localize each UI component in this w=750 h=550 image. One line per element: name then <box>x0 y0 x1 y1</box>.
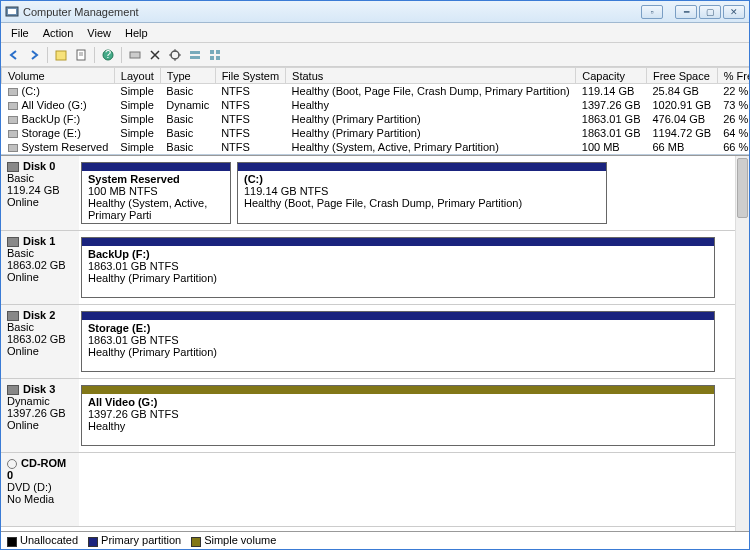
disk-icon <box>7 311 19 321</box>
swatch-simple <box>191 537 201 547</box>
partition-box[interactable]: BackUp (F:)1863.01 GB NTFSHealthy (Prima… <box>81 237 715 298</box>
menu-help[interactable]: Help <box>119 25 154 41</box>
disk-row: CD-ROM 0DVD (D:)No Media <box>1 453 749 527</box>
delete-icon[interactable] <box>146 46 164 64</box>
disk-row: Disk 2Basic1863.02 GBOnlineStorage (E:)1… <box>1 305 749 379</box>
menubar: File Action View Help <box>1 23 749 43</box>
toolbar: ? <box>1 43 749 67</box>
partition-stripe <box>82 312 714 320</box>
scrollbar-thumb[interactable] <box>737 158 748 218</box>
disk-graph: All Video (G:)1397.26 GB NTFSHealthy <box>79 379 749 452</box>
disk-icon <box>7 162 19 172</box>
menu-file[interactable]: File <box>5 25 35 41</box>
disk-area: Disk 0Basic119.24 GBOnlineSystem Reserve… <box>1 155 749 531</box>
col-volume[interactable]: Volume <box>2 68 115 84</box>
table-row[interactable]: System ReservedSimpleBasicNTFSHealthy (S… <box>2 140 751 154</box>
partition-box[interactable]: All Video (G:)1397.26 GB NTFSHealthy <box>81 385 715 446</box>
scrollbar[interactable] <box>735 156 749 531</box>
disk-graph: Storage (E:)1863.01 GB NTFSHealthy (Prim… <box>79 305 749 378</box>
svg-rect-15 <box>216 56 220 60</box>
legend: Unallocated Primary partition Simple vol… <box>1 531 749 549</box>
help-icon[interactable]: ? <box>99 46 117 64</box>
partition-box[interactable]: (C:)119.14 GB NTFSHealthy (Boot, Page Fi… <box>237 162 607 224</box>
svg-rect-2 <box>56 51 66 60</box>
legend-simple: Simple volume <box>191 534 276 546</box>
app-icon <box>5 5 19 19</box>
svg-rect-11 <box>190 56 200 59</box>
disk-row: Disk 0Basic119.24 GBOnlineSystem Reserve… <box>1 156 749 231</box>
table-row[interactable]: Storage (E:)SimpleBasicNTFSHealthy (Prim… <box>2 126 751 140</box>
view-icon[interactable] <box>206 46 224 64</box>
svg-rect-1 <box>8 9 16 14</box>
svg-point-9 <box>171 51 179 59</box>
volume-icon <box>8 130 18 138</box>
svg-rect-8 <box>130 52 140 58</box>
disk-label[interactable]: Disk 2Basic1863.02 GBOnline <box>1 305 79 378</box>
list-icon[interactable] <box>186 46 204 64</box>
swatch-unallocated <box>7 537 17 547</box>
restore-small-button[interactable]: ▫ <box>641 5 663 19</box>
forward-button[interactable] <box>25 46 43 64</box>
partition-box[interactable]: Storage (E:)1863.01 GB NTFSHealthy (Prim… <box>81 311 715 372</box>
disk-label[interactable]: CD-ROM 0DVD (D:)No Media <box>1 453 79 526</box>
volume-table: VolumeLayoutTypeFile SystemStatusCapacit… <box>1 67 749 155</box>
col-status[interactable]: Status <box>286 68 576 84</box>
toolbar-separator <box>121 47 122 63</box>
volume-icon <box>8 88 18 96</box>
disk-graph: BackUp (F:)1863.01 GB NTFSHealthy (Prima… <box>79 231 749 304</box>
svg-rect-12 <box>210 50 214 54</box>
svg-rect-10 <box>190 51 200 54</box>
minimize-button[interactable]: ━ <box>675 5 697 19</box>
refresh-icon[interactable] <box>52 46 70 64</box>
titlebar: Computer Management ▫ ━ ▢ ✕ <box>1 1 749 23</box>
volume-icon <box>8 102 18 110</box>
action1-icon[interactable] <box>126 46 144 64</box>
back-button[interactable] <box>5 46 23 64</box>
disk-row: Disk 3Dynamic1397.26 GBOnlineAll Video (… <box>1 379 749 453</box>
cdrom-icon <box>7 459 17 469</box>
partition-stripe <box>238 163 606 171</box>
disk-icon <box>7 237 19 247</box>
col-type[interactable]: Type <box>160 68 215 84</box>
col-free[interactable]: Free Space <box>646 68 717 84</box>
properties-icon[interactable] <box>72 46 90 64</box>
partition-stripe <box>82 163 230 171</box>
col-fs[interactable]: File System <box>215 68 285 84</box>
volume-icon <box>8 116 18 124</box>
partition-stripe <box>82 238 714 246</box>
svg-text:?: ? <box>105 49 111 60</box>
col-layout[interactable]: Layout <box>114 68 160 84</box>
close-button[interactable]: ✕ <box>723 5 745 19</box>
col-pctfree[interactable]: % Free <box>717 68 750 84</box>
menu-view[interactable]: View <box>81 25 117 41</box>
disk-label[interactable]: Disk 0Basic119.24 GBOnline <box>1 156 79 230</box>
partition-stripe <box>82 386 714 394</box>
toolbar-separator <box>47 47 48 63</box>
legend-primary: Primary partition <box>88 534 181 546</box>
col-capacity[interactable]: Capacity <box>576 68 647 84</box>
swatch-primary <box>88 537 98 547</box>
volume-icon <box>8 144 18 152</box>
svg-rect-13 <box>216 50 220 54</box>
table-row[interactable]: (C:)SimpleBasicNTFSHealthy (Boot, Page F… <box>2 84 751 99</box>
table-row[interactable]: All Video (G:)SimpleDynamicNTFSHealthy13… <box>2 98 751 112</box>
table-row[interactable]: BackUp (F:)SimpleBasicNTFSHealthy (Prima… <box>2 112 751 126</box>
toolbar-separator <box>94 47 95 63</box>
window-title: Computer Management <box>23 6 641 18</box>
disk-label[interactable]: Disk 3Dynamic1397.26 GBOnline <box>1 379 79 452</box>
menu-action[interactable]: Action <box>37 25 80 41</box>
settings-icon[interactable] <box>166 46 184 64</box>
partition-box[interactable]: System Reserved100 MB NTFSHealthy (Syste… <box>81 162 231 224</box>
disk-row: Disk 1Basic1863.02 GBOnlineBackUp (F:)18… <box>1 231 749 305</box>
disk-label[interactable]: Disk 1Basic1863.02 GBOnline <box>1 231 79 304</box>
svg-rect-14 <box>210 56 214 60</box>
disk-graph: System Reserved100 MB NTFSHealthy (Syste… <box>79 156 749 230</box>
legend-unallocated: Unallocated <box>7 534 78 546</box>
disk-graph <box>79 453 749 526</box>
disk-icon <box>7 385 19 395</box>
maximize-button[interactable]: ▢ <box>699 5 721 19</box>
